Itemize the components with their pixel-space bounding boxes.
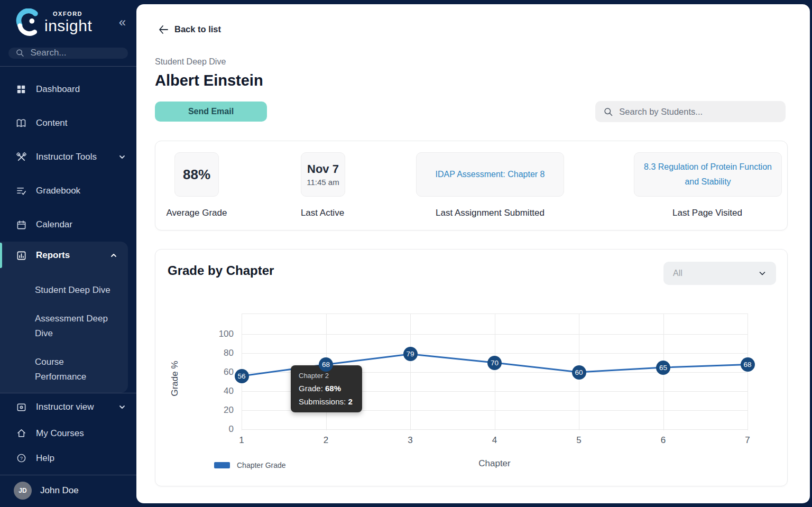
sidebar-item-reports[interactable]: Reports — [0, 242, 128, 269]
student-stats-card: 88% Average Grade Nov 7 11:45 am Last Ac… — [155, 141, 788, 231]
student-search-input[interactable] — [619, 107, 777, 117]
sidebar-item-help[interactable]: ? Help — [0, 446, 136, 471]
tooltip-submissions: Submissions: 2 — [299, 397, 354, 406]
page-title: Albert Einstein — [155, 72, 263, 89]
brand-top: OXFORD — [53, 11, 92, 17]
chart-point[interactable]: 68 — [319, 357, 333, 372]
stat-label: Last Active — [243, 208, 402, 218]
oxford-insight-logo-icon — [16, 8, 43, 36]
page-eyebrow: Student Deep Dive — [155, 57, 226, 67]
instructor-view-icon — [16, 402, 26, 412]
sidebar-item-label: Help — [36, 453, 54, 464]
sidebar-item-content[interactable]: Content — [0, 106, 136, 140]
sidebar-item-gradebook[interactable]: Gradebook — [0, 174, 136, 208]
sidebar-item-label: Calendar — [36, 219, 72, 230]
chart-point[interactable]: 79 — [403, 347, 418, 361]
last-page-link[interactable]: 8.3 Regulation of Protein Function and S… — [634, 160, 781, 189]
chart-tooltip: Chapter 2 Grade: 68% Submissions: 2 — [291, 365, 362, 412]
search-icon — [16, 48, 24, 58]
chevron-down-icon — [118, 403, 126, 411]
chart-point[interactable]: 65 — [656, 361, 670, 375]
sidebar-item-label: Instructor view — [36, 402, 94, 412]
last-assignment-box: IDAP Assessment: Chapter 8 — [416, 152, 564, 197]
sidebar-nav: Dashboard Content Instructor Tools Grade… — [0, 72, 136, 393]
stat-label: Last Page Visited — [628, 208, 787, 218]
sidebar-search[interactable] — [8, 48, 128, 59]
chart-line — [155, 250, 788, 487]
last-active-box: Nov 7 11:45 am — [301, 152, 345, 197]
sidebar-item-label: Dashboard — [36, 84, 80, 95]
sidebar-item-calendar[interactable]: Calendar — [0, 208, 136, 242]
tooltip-title: Chapter 2 — [299, 372, 354, 380]
line-chart: 020406080100123456756687970606568 — [155, 250, 788, 487]
sidebar-item-instructor-view[interactable]: Instructor view — [0, 393, 136, 421]
average-grade-box: 88% — [174, 152, 219, 197]
stat-label: Last Assignment Submitted — [411, 208, 569, 218]
sidebar-item-my-courses[interactable]: My Courses — [0, 421, 136, 446]
sidebar: OXFORD insight « Dashboard Content — [0, 0, 136, 507]
sidebar-item-label: My Courses — [36, 428, 84, 439]
sidebar-item-label: Instructor Tools — [36, 152, 97, 162]
tooltip-grade: Grade: 68% — [299, 384, 354, 393]
sidebar-item-label: Content — [36, 118, 68, 128]
user-menu[interactable]: JD John Doe — [0, 475, 136, 507]
submenu-item-assessment-deep-dive[interactable]: Assessment Deep Dive — [35, 311, 117, 341]
average-grade-value: 88% — [183, 167, 210, 183]
sidebar-search-input[interactable] — [31, 48, 121, 58]
avatar: JD — [14, 482, 32, 500]
search-icon — [604, 107, 613, 117]
help-icon: ? — [16, 453, 26, 464]
chart-point[interactable]: 56 — [235, 369, 249, 383]
calendar-icon — [16, 219, 26, 230]
dashboard-icon — [16, 84, 26, 95]
chart-point[interactable]: 68 — [741, 357, 755, 372]
logo: OXFORD insight « — [0, 0, 136, 41]
chart-point[interactable]: 70 — [487, 356, 502, 370]
sidebar-item-label: Reports — [36, 250, 70, 261]
brand-name: insight — [44, 18, 92, 34]
submenu-item-course-performance[interactable]: Course Performance — [35, 355, 117, 384]
home-icon — [16, 428, 26, 439]
sidebar-item-instructor-tools[interactable]: Instructor Tools — [0, 140, 136, 174]
chevron-up-icon — [110, 252, 117, 259]
chevron-down-icon — [118, 153, 126, 161]
chart-point[interactable]: 60 — [572, 365, 586, 380]
last-page-box: 8.3 Regulation of Protein Function and S… — [634, 152, 782, 197]
grade-by-chapter-card: Grade by Chapter All 0204060801001234567… — [155, 249, 788, 486]
back-to-list-link[interactable]: Back to list — [159, 24, 221, 34]
send-email-button[interactable]: Send Email — [155, 102, 267, 122]
sidebar-collapse-icon[interactable]: « — [116, 15, 129, 30]
sidebar-item-dashboard[interactable]: Dashboard — [0, 72, 136, 106]
back-to-list-label: Back to list — [174, 24, 221, 34]
book-icon — [16, 118, 26, 128]
sidebar-item-label: Gradebook — [36, 186, 80, 196]
student-search[interactable] — [595, 101, 786, 122]
reports-icon — [16, 250, 26, 261]
reports-section: Reports Student Deep Dive Assessment Dee… — [0, 242, 128, 393]
svg-text:?: ? — [20, 455, 22, 461]
arrow-left-icon — [159, 25, 168, 34]
main-panel: Back to list Student Deep Dive Albert Ei… — [136, 4, 810, 503]
last-assignment-link[interactable]: IDAP Assessment: Chapter 8 — [426, 167, 555, 182]
submenu-item-student-deep-dive[interactable]: Student Deep Dive — [35, 283, 117, 298]
reports-submenu: Student Deep Dive Assessment Deep Dive C… — [0, 283, 128, 384]
last-active-date: Nov 7 — [307, 162, 339, 176]
tools-icon — [16, 152, 26, 162]
sidebar-footer: Instructor view My Courses ? Help JD Joh… — [0, 393, 136, 507]
user-name: John Doe — [40, 485, 79, 496]
gradebook-icon — [16, 186, 26, 196]
last-active-time: 11:45 am — [307, 178, 339, 187]
